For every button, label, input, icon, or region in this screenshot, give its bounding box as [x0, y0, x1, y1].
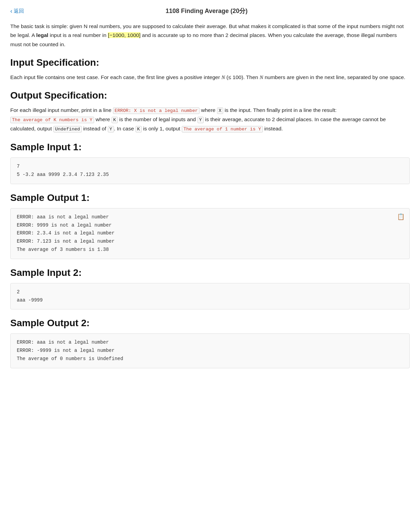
output-p1-mid: where: [200, 107, 217, 113]
back-label: 返回: [14, 8, 24, 14]
sample-output1-line3: ERROR: 2.3.4 is not a legal number: [17, 229, 403, 238]
problem-description: The basic task is simple: given N real n…: [10, 22, 410, 49]
back-link[interactable]: ‹ 返回: [10, 8, 24, 15]
output-p1-before: For each illegal input number, print in …: [10, 107, 113, 113]
sample-output2-block: ERROR: aaa is not a legal number ERROR: …: [10, 333, 410, 368]
sample-input2-block: 2 aaa -9999: [10, 283, 410, 310]
sample-output2-heading: Sample Output 2:: [10, 318, 410, 329]
sample-input1-line2: 5 -3.2 aaa 9999 2.3.4 7.123 2.35: [17, 171, 403, 179]
output-p3-mid: instead of: [82, 126, 108, 131]
sample-input2-heading: Sample Input 2:: [10, 267, 410, 278]
n-symbol2: N: [260, 74, 263, 80]
sample-output1-line1: ERROR: aaa is not a legal number: [17, 213, 403, 221]
input-spec-text: Each input file contains one test case. …: [10, 73, 410, 82]
header-row: ‹ 返回 1108 Finding Average (20分): [10, 7, 410, 15]
output-spec-text: For each illegal input number, print in …: [10, 106, 410, 133]
sample-output1-block: 📋 ERROR: aaa is not a legal number ERROR…: [10, 208, 410, 259]
sample-output2-line3: The average of 0 numbers is Undefined: [17, 355, 403, 363]
avg-code: The average of K numbers is Y: [10, 117, 94, 123]
output-p3-end: is only 1, output: [142, 126, 182, 131]
error-code: ERROR: X is not a legal number: [113, 107, 200, 114]
k-code: K: [112, 117, 118, 123]
output-p2-mid2: is the number of legal inputs and: [118, 116, 198, 122]
copy-icon[interactable]: 📋: [397, 212, 405, 222]
y2-code: Y: [108, 126, 114, 132]
sample-input1-block: 7 5 -3.2 aaa 9999 2.3.4 7.123 2.35: [10, 157, 410, 184]
output-p3-last: instead.: [263, 126, 283, 131]
single-avg-code: The average of 1 number is Y: [182, 126, 263, 132]
page-title: 1108 Finding Average (20分): [24, 7, 389, 15]
problem-bold-word: legal: [36, 32, 48, 38]
sample-output2-line2: ERROR: -9999 is not a legal number: [17, 347, 403, 355]
sample-output1-line4: ERROR: 7.123 is not a legal number: [17, 238, 403, 246]
output-p3-after: . In case: [114, 126, 136, 131]
sample-output1-heading: Sample Output 1:: [10, 192, 410, 203]
output-spec-heading: Output Specification:: [10, 90, 410, 101]
input-spec-heading: Input Specification:: [10, 57, 410, 68]
sample-output2-line1: ERROR: aaa is not a legal number: [17, 339, 403, 347]
n-symbol: N: [221, 74, 225, 80]
sample-input1-heading: Sample Input 1:: [10, 142, 410, 153]
sample-input2-line1: 2: [17, 288, 403, 296]
sample-output1-line5: The average of 3 numbers is 1.38: [17, 246, 403, 254]
sample-input2-line2: aaa -9999: [17, 296, 403, 305]
y-code: Y: [198, 117, 204, 123]
output-p2-mid: where: [94, 116, 112, 122]
k2-code: K: [136, 126, 142, 132]
undefined-code: Undefined: [53, 126, 82, 132]
x-code: X: [217, 107, 223, 114]
sample-output1-line2: ERROR: 9999 is not a legal number: [17, 221, 403, 230]
problem-range: input is a real number in [−1000, 1000]: [48, 32, 140, 38]
sample-input1-line1: 7: [17, 163, 403, 171]
range-highlight: [−1000, 1000]: [108, 32, 140, 38]
output-p1-after: is the input. Then finally print in a li…: [223, 107, 336, 113]
back-arrow-icon: ‹: [10, 8, 12, 15]
